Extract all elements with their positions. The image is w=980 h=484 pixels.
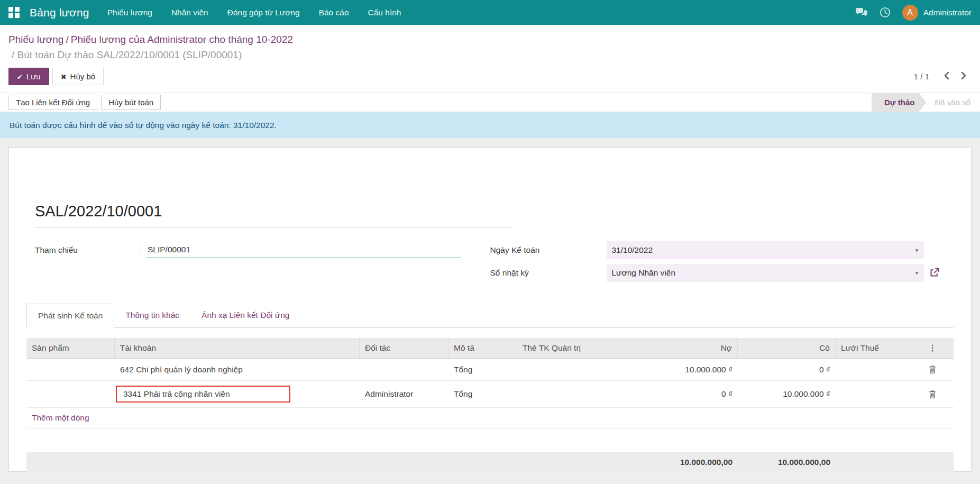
optional-columns-icon[interactable]: ⋮	[920, 338, 945, 358]
table-header-row: Sản phẩm Tài khoản Đối tác Mô tả Thẻ TK …	[26, 338, 954, 359]
pager-previous-button[interactable]	[942, 70, 951, 83]
cell-credit[interactable]: 0 ₫	[738, 359, 836, 380]
col-header-tax-grid[interactable]: Lưới Thuế	[836, 338, 920, 358]
table-row: 642 Chi phí quản lý doanh nghiệp Tổng 10…	[26, 359, 954, 381]
add-line-link[interactable]: Thêm một dòng	[26, 408, 95, 428]
dropdown-caret-icon: ▾	[915, 246, 918, 254]
nav-item-cau-hinh[interactable]: Cấu hình	[368, 1, 401, 25]
cancel-entry-button[interactable]: Hủy bút toán	[101, 95, 161, 110]
col-header-analytic[interactable]: Thẻ TK Quản trị	[517, 338, 636, 358]
apps-grid-icon[interactable]	[8, 7, 20, 19]
tab-thong-tin-khac[interactable]: Thông tin khác	[114, 304, 190, 327]
delete-row-button[interactable]	[928, 365, 937, 374]
journal-external-link-icon[interactable]	[929, 268, 939, 278]
trash-icon	[928, 390, 937, 399]
activities-clock-icon[interactable]	[880, 7, 891, 18]
messages-icon[interactable]	[855, 7, 868, 17]
cell-analytic[interactable]	[517, 359, 636, 380]
entry-name-title[interactable]: SAL/2022/10/0001	[35, 148, 945, 220]
cell-account[interactable]: 3341 Phải trả công nhân viên	[115, 381, 360, 407]
journal-field-label: Sổ nhật ký	[490, 268, 607, 278]
cell-debit[interactable]: 10.000.000 ₫	[636, 359, 738, 380]
statusbar: Dự thảo Đã vào sổ	[872, 93, 980, 112]
col-header-credit[interactable]: Có	[738, 338, 836, 358]
cell-product[interactable]	[26, 359, 115, 380]
add-line-row: Thêm một dòng	[26, 408, 954, 428]
col-header-label[interactable]: Mô tả	[448, 338, 517, 358]
breadcrumb-current: / Bút toán Dự thảo SAL/2022/10/0001 (SLI…	[8, 47, 972, 62]
cell-debit[interactable]: 0 ₫	[636, 381, 738, 407]
user-avatar[interactable]: A	[902, 5, 918, 21]
nav-item-dong-gop[interactable]: Đóng góp từ Lương	[227, 1, 300, 25]
journal-items-table: Sản phẩm Tài khoản Đối tác Mô tả Thẻ TK …	[26, 338, 954, 473]
pager-count: 1 / 1	[914, 72, 929, 81]
app-name[interactable]: Bảng lương	[30, 6, 89, 19]
totals-row: 10.000.000,00 10.000.000,00	[26, 452, 954, 473]
top-navbar: Bảng lương Phiếu lương Nhân viên Đóng gó…	[0, 0, 980, 25]
action-bar: Tạo Liên kết Đối ứng Hủy bút toán Dự thả…	[0, 93, 980, 112]
col-header-partner[interactable]: Đối tác	[360, 338, 448, 358]
status-draft[interactable]: Dự thảo	[872, 93, 927, 112]
nav-menu: Phiếu lương Nhân viên Đóng góp từ Lương …	[107, 1, 401, 25]
cell-account[interactable]: 642 Chi phí quản lý doanh nghiệp	[115, 359, 360, 380]
status-posted[interactable]: Đã vào sổ	[926, 93, 980, 112]
total-debit: 10.000.000,00	[636, 452, 738, 473]
cell-product[interactable]	[26, 381, 115, 407]
title-underline	[35, 227, 511, 227]
nav-item-bao-cao[interactable]: Báo cáo	[319, 1, 349, 25]
date-field-label: Ngày Kế toán	[490, 245, 607, 255]
form-sheet: SAL/2022/10/0001 Tham chiếu Ngày Kế toán	[8, 147, 972, 472]
notebook-tabs: Phát sinh Kế toán Thông tin khác Ánh xạ …	[26, 304, 954, 328]
journal-field-input[interactable]: Lương Nhân viên ▾	[607, 264, 924, 282]
content-area: SAL/2022/10/0001 Tham chiếu Ngày Kế toán	[0, 138, 980, 472]
total-credit: 10.000.000,00	[738, 452, 836, 473]
user-menu[interactable]: Administrator	[923, 8, 972, 17]
breadcrumb-link-payslip[interactable]: Phiếu lương của Administrator cho tháng …	[71, 34, 293, 45]
highlight-annotation-box: 3341 Phải trả công nhân viên	[116, 386, 290, 403]
close-icon: ✖	[61, 73, 67, 81]
cell-label[interactable]: Tổng	[448, 381, 517, 407]
cell-label[interactable]: Tổng	[448, 359, 517, 380]
tab-anh-xa-lien-ket[interactable]: Ánh xạ Liên kết Đối ứng	[190, 304, 300, 327]
save-button[interactable]: ✔Lưu	[8, 68, 49, 85]
pager: 1 / 1	[914, 70, 972, 83]
create-counterpart-button[interactable]: Tạo Liên kết Đối ứng	[8, 95, 97, 110]
col-header-account[interactable]: Tài khoản	[115, 338, 360, 358]
cell-tax-grid[interactable]	[836, 359, 920, 380]
nav-item-phieu-luong[interactable]: Phiếu lương	[107, 1, 152, 25]
breadcrumb-separator: /	[63, 34, 70, 45]
pager-next-button[interactable]	[959, 70, 968, 83]
table-row: 3341 Phải trả công nhân viên Administrat…	[26, 381, 954, 408]
control-panel: Phiếu lương/Phiếu lương của Administrato…	[0, 25, 980, 93]
delete-row-button[interactable]	[928, 390, 937, 399]
chevron-left-icon	[943, 71, 950, 80]
dropdown-caret-icon: ▾	[915, 269, 918, 277]
chevron-right-icon	[960, 71, 967, 80]
col-header-product[interactable]: Sản phẩm	[26, 338, 115, 358]
col-header-debit[interactable]: Nợ	[636, 338, 738, 358]
cell-partner[interactable]: Administrator	[360, 381, 448, 407]
tab-phat-sinh-ke-toan[interactable]: Phát sinh Kế toán	[26, 304, 114, 328]
breadcrumb: Phiếu lương/Phiếu lương của Administrato…	[8, 32, 972, 47]
cell-tax-grid[interactable]	[836, 381, 920, 407]
info-banner: Bút toán được cấu hình để vào sổ tự động…	[0, 112, 980, 138]
cell-analytic[interactable]	[517, 381, 636, 407]
cell-partner[interactable]	[360, 359, 448, 380]
info-banner-text: Bút toán được cấu hình để vào sổ tự động…	[10, 121, 277, 130]
discard-button[interactable]: ✖Hủy bỏ	[52, 68, 104, 85]
cell-credit[interactable]: 10.000.000 ₫	[738, 381, 836, 407]
trash-icon	[928, 365, 937, 374]
nav-item-nhan-vien[interactable]: Nhân viên	[171, 1, 208, 25]
check-icon: ✔	[17, 73, 23, 81]
date-field-input[interactable]: 31/10/2022 ▾	[607, 241, 924, 259]
ref-field-label: Tham chiếu	[35, 245, 140, 255]
breadcrumb-link-phieu-luong[interactable]: Phiếu lương	[8, 34, 63, 45]
ref-field-input[interactable]	[146, 242, 461, 258]
